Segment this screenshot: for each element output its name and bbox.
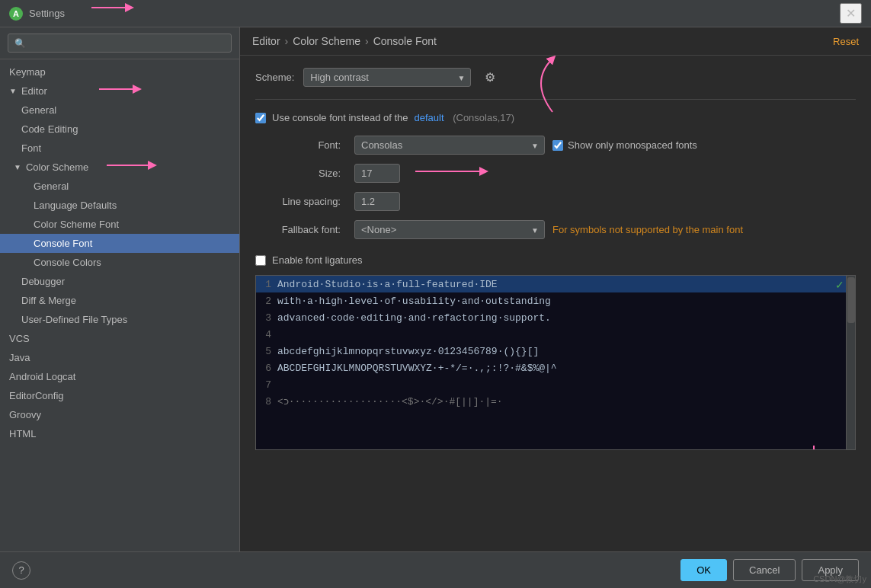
code-line-8: 8 <ↄ···················<$>·</>·#[||]·|=· — [256, 393, 855, 410]
code-line-3: 3 advanced·code·editing·and·refactoring·… — [256, 309, 855, 326]
pink-arrow-size — [408, 156, 499, 187]
breadcrumb-path: Editor › Color Scheme › Console Font — [252, 35, 437, 47]
scheme-select[interactable]: High contrast — [303, 68, 471, 87]
bottom-bar: ? OK Cancel Apply — [0, 551, 871, 588]
sidebar-item-label: Color Scheme Font — [34, 219, 119, 230]
sidebar-item-lang-defaults[interactable]: Language Defaults — [0, 196, 239, 215]
divider1 — [255, 99, 856, 100]
sidebar-item-color-scheme[interactable]: ▼ Color Scheme — [0, 158, 239, 177]
sidebar-item-keymap[interactable]: Keymap — [0, 62, 239, 81]
code-line-4: 4 — [256, 326, 855, 343]
code-line-5: 5 abcdefghijklmnopqrstuvwxyz·0123456789·… — [256, 343, 855, 360]
sidebar-item-label: VCS — [9, 333, 30, 344]
sidebar-item-editorconfig[interactable]: EditorConfig — [0, 386, 239, 405]
sidebar-item-general[interactable]: General — [0, 101, 239, 120]
ligatures-label: Enable font ligatures — [272, 254, 363, 266]
sidebar-item-label: General — [34, 181, 69, 192]
sidebar-item-label: Groovy — [9, 409, 41, 420]
code-preview: 1 Android·Studio·is·a·full-featured·IDE … — [255, 275, 856, 450]
size-label: Size: — [255, 168, 347, 179]
scheme-label: Scheme: — [255, 72, 294, 83]
scrollbar[interactable] — [846, 276, 855, 449]
ligatures-row: Enable font ligatures — [255, 254, 856, 266]
monospaced-row: Show only monospaced fonts — [552, 139, 856, 151]
sidebar-item-cs-font[interactable]: Color Scheme Font — [0, 215, 239, 234]
content-area: Editor › Color Scheme › Console Font Res… — [240, 27, 871, 551]
line-spacing-input[interactable] — [354, 192, 400, 211]
main-layout: 🔍 Keymap ▼ Editor General Co — [0, 27, 871, 551]
app-icon: A — [9, 7, 23, 21]
sidebar-item-code-editing[interactable]: Code Editing — [0, 120, 239, 139]
font-select[interactable]: Consolas — [354, 136, 545, 155]
scheme-row: Scheme: High contrast ⚙ — [255, 68, 856, 87]
sidebar-item-label: Debugger — [21, 276, 65, 287]
sidebar-item-diff-merge[interactable]: Diff & Merge — [0, 291, 239, 310]
sidebar-item-label: Font — [21, 142, 41, 154]
default-link[interactable]: default — [415, 112, 444, 123]
console-font-checkbox[interactable] — [255, 113, 266, 123]
search-input[interactable] — [30, 37, 225, 49]
fallback-font-select-wrapper[interactable]: <None> — [354, 220, 545, 239]
window-title: Settings — [29, 8, 65, 19]
cancel-button[interactable]: Cancel — [733, 559, 796, 581]
search-wrapper[interactable]: 🔍 — [8, 34, 232, 53]
size-input-wrapper — [354, 164, 545, 183]
size-input[interactable] — [354, 164, 400, 183]
apply-button[interactable]: Apply — [802, 559, 859, 581]
monospaced-checkbox[interactable] — [552, 140, 563, 151]
sidebar-item-console-colors[interactable]: Console Colors — [0, 253, 239, 272]
sidebar-item-groovy[interactable]: Groovy — [0, 405, 239, 424]
sidebar-item-cs-general[interactable]: General — [0, 177, 239, 196]
console-font-checkbox-row: Use console font instead of the default … — [255, 112, 856, 123]
scroll-thumb[interactable] — [847, 277, 855, 323]
sidebar-item-label: General — [21, 104, 56, 116]
sidebar-item-label: Code Editing — [21, 123, 78, 135]
console-font-label: Use console font instead of the — [272, 112, 408, 123]
pink-arrow-editor — [91, 80, 145, 98]
sidebar-item-console-font[interactable]: Console Font — [0, 234, 239, 253]
sidebar-item-java[interactable]: Java — [0, 348, 239, 367]
sidebar-item-label: Keymap — [9, 66, 46, 78]
font-select-wrapper[interactable]: Consolas — [354, 136, 545, 155]
breadcrumb-current: Console Font — [373, 35, 437, 47]
breadcrumb-sep2: › — [365, 35, 369, 47]
sidebar-item-editor[interactable]: ▼ Editor — [0, 81, 239, 101]
breadcrumb-color-scheme: Color Scheme — [293, 35, 360, 47]
fallback-font-select[interactable]: <None> — [354, 220, 545, 239]
sidebar-item-user-defined[interactable]: User-Defined File Types — [0, 310, 239, 329]
sidebar-item-label: Console Font — [34, 238, 92, 249]
code-preview-inner: 1 Android·Studio·is·a·full-featured·IDE … — [256, 276, 855, 449]
expand-arrow-icon: ▼ — [14, 163, 21, 171]
sidebar-nav: Keymap ▼ Editor General Code Editing Fon… — [0, 59, 239, 551]
sidebar-item-vcs[interactable]: VCS — [0, 329, 239, 348]
search-bar: 🔍 — [0, 27, 239, 59]
form-grid: Font: Consolas Show only monospaced font… — [255, 136, 856, 239]
monospaced-label: Show only monospaced fonts — [568, 139, 697, 151]
breadcrumb-editor: Editor — [252, 35, 280, 47]
sidebar-item-font[interactable]: Font — [0, 139, 239, 158]
line-spacing-label: Line spacing: — [255, 196, 347, 207]
expand-arrow-icon: ▼ — [9, 87, 17, 95]
sidebar-item-android-logcat[interactable]: Android Logcat — [0, 367, 239, 386]
sidebar-item-label: Editor — [21, 85, 47, 97]
sidebar-item-label: Language Defaults — [34, 200, 117, 211]
sidebar-item-label: Console Colors — [34, 257, 101, 268]
sidebar-item-html[interactable]: HTML — [0, 424, 239, 443]
sidebar-item-label: Color Scheme — [26, 161, 88, 173]
fallback-hint: For symbols not supported by the main fo… — [552, 224, 856, 235]
scheme-select-wrapper[interactable]: High contrast — [303, 68, 471, 87]
ok-button[interactable]: OK — [680, 559, 727, 581]
scheme-gear-button[interactable]: ⚙ — [480, 69, 500, 86]
close-button[interactable]: ✕ — [840, 3, 862, 24]
sidebar: 🔍 Keymap ▼ Editor General Co — [0, 27, 240, 551]
breadcrumb: Editor › Color Scheme › Console Font Res… — [240, 27, 871, 56]
reset-button[interactable]: Reset — [833, 36, 859, 47]
code-line-7: 7 — [256, 376, 855, 393]
font-label: Font: — [255, 139, 347, 151]
help-button[interactable]: ? — [12, 561, 30, 580]
title-bar-left: A Settings — [9, 7, 65, 21]
sidebar-item-label: EditorConfig — [9, 390, 64, 401]
sidebar-item-debugger[interactable]: Debugger — [0, 272, 239, 291]
ligatures-checkbox[interactable] — [255, 255, 266, 266]
sidebar-item-label: Java — [9, 352, 30, 363]
